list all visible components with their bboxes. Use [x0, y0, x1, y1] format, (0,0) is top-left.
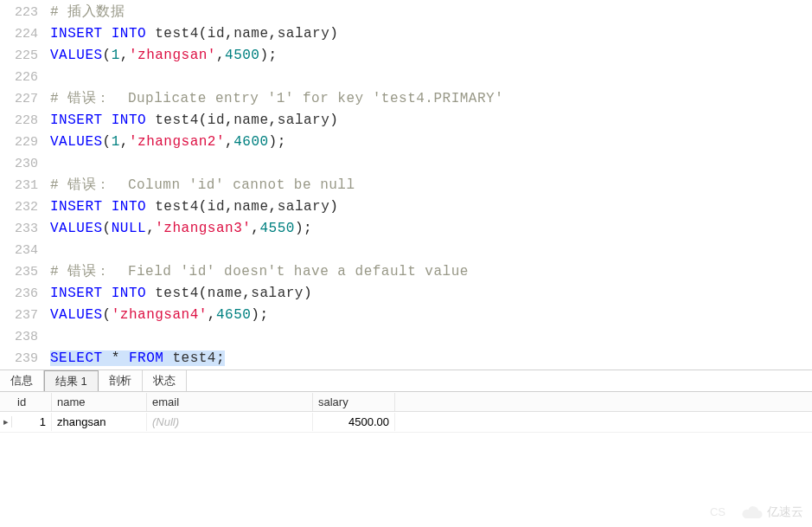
cs-watermark: CS: [710, 505, 726, 518]
code-content[interactable]: # 错误： Column 'id' cannot be null: [50, 175, 812, 196]
code-line[interactable]: 230: [0, 153, 812, 175]
line-number: 224: [0, 23, 50, 45]
line-number: 235: [0, 261, 50, 283]
line-number: 223: [0, 2, 50, 23]
cell-id[interactable]: 1: [12, 413, 52, 431]
code-line[interactable]: 237VALUES('zhangsan4',4650);: [0, 305, 812, 326]
tab-info[interactable]: 信息: [0, 370, 44, 391]
code-line[interactable]: 234: [0, 240, 812, 261]
code-content[interactable]: INSERT INTO test4(id,name,salary): [50, 23, 812, 45]
line-number: 238: [0, 326, 50, 348]
cloud-icon: [741, 505, 764, 520]
code-line[interactable]: 225VALUES(1,'zhangsan',4500);: [0, 45, 812, 67]
tab-status[interactable]: 状态: [143, 370, 187, 391]
line-number: 233: [0, 218, 50, 240]
code-line[interactable]: 228INSERT INTO test4(id,name,salary): [0, 110, 812, 132]
code-line[interactable]: 224INSERT INTO test4(id,name,salary): [0, 23, 812, 45]
code-content[interactable]: INSERT INTO test4(name,salary): [50, 283, 812, 305]
line-number: 225: [0, 45, 50, 67]
code-line[interactable]: 232INSERT INTO test4(id,name,salary): [0, 196, 812, 218]
code-content[interactable]: [50, 153, 812, 175]
column-header-id[interactable]: id: [12, 393, 52, 411]
code-line[interactable]: 236INSERT INTO test4(name,salary): [0, 283, 812, 305]
watermark-text: 亿速云: [767, 505, 803, 520]
line-number: 229: [0, 132, 50, 153]
code-line[interactable]: 227# 错误： Duplicate entry '1' for key 'te…: [0, 88, 812, 110]
code-content[interactable]: VALUES(1,'zhangsan2',4600);: [50, 132, 812, 153]
line-number: 231: [0, 175, 50, 196]
code-content[interactable]: [50, 67, 812, 88]
line-number: 230: [0, 153, 50, 175]
tab-profile[interactable]: 剖析: [99, 370, 143, 391]
cell-name[interactable]: zhangsan: [52, 413, 147, 431]
line-number: 239: [0, 348, 50, 370]
code-line[interactable]: 231# 错误： Column 'id' cannot be null: [0, 175, 812, 196]
line-number: 234: [0, 240, 50, 261]
cell-salary[interactable]: 4500.00: [313, 413, 395, 431]
code-line[interactable]: 229VALUES(1,'zhangsan2',4600);: [0, 132, 812, 153]
code-content[interactable]: INSERT INTO test4(id,name,salary): [50, 110, 812, 132]
code-line[interactable]: 226: [0, 67, 812, 88]
tab-result-1[interactable]: 结果 1: [44, 370, 99, 391]
code-line[interactable]: 238: [0, 326, 812, 348]
result-grid[interactable]: id name email salary ▸1zhangsan(Null)450…: [0, 392, 812, 433]
code-content[interactable]: # 错误： Duplicate entry '1' for key 'test4…: [50, 88, 812, 110]
column-header-salary[interactable]: salary: [313, 393, 395, 411]
column-header-name[interactable]: name: [52, 393, 147, 411]
grid-header-row: id name email salary: [0, 392, 812, 412]
code-content[interactable]: VALUES(NULL,'zhangsan3',4550);: [50, 218, 812, 240]
line-number: 227: [0, 88, 50, 110]
line-number: 226: [0, 67, 50, 88]
line-number: 228: [0, 110, 50, 132]
code-content[interactable]: # 错误： Field 'id' doesn't have a default …: [50, 261, 812, 283]
code-content[interactable]: [50, 240, 812, 261]
code-editor[interactable]: 223# 插入数据224INSERT INTO test4(id,name,sa…: [0, 0, 812, 370]
code-content[interactable]: VALUES('zhangsan4',4650);: [50, 305, 812, 326]
column-header-email[interactable]: email: [147, 393, 313, 411]
code-content[interactable]: SELECT * FROM test4;: [50, 348, 812, 370]
table-row[interactable]: ▸1zhangsan(Null)4500.00: [0, 412, 812, 433]
code-content[interactable]: INSERT INTO test4(id,name,salary): [50, 196, 812, 218]
line-number: 232: [0, 196, 50, 218]
code-line[interactable]: 223# 插入数据: [0, 2, 812, 23]
code-line[interactable]: 239SELECT * FROM test4;: [0, 348, 812, 370]
code-line[interactable]: 233VALUES(NULL,'zhangsan3',4550);: [0, 218, 812, 240]
code-line[interactable]: 235# 错误： Field 'id' doesn't have a defau…: [0, 261, 812, 283]
row-marker-icon: ▸: [0, 416, 12, 427]
watermark: 亿速云: [741, 505, 803, 520]
line-number: 236: [0, 283, 50, 305]
code-content[interactable]: # 插入数据: [50, 2, 812, 23]
result-tabs: 信息 结果 1 剖析 状态: [0, 370, 812, 392]
line-number: 237: [0, 305, 50, 326]
code-content[interactable]: VALUES(1,'zhangsan',4500);: [50, 45, 812, 67]
code-content[interactable]: [50, 326, 812, 348]
cell-email[interactable]: (Null): [147, 413, 313, 431]
